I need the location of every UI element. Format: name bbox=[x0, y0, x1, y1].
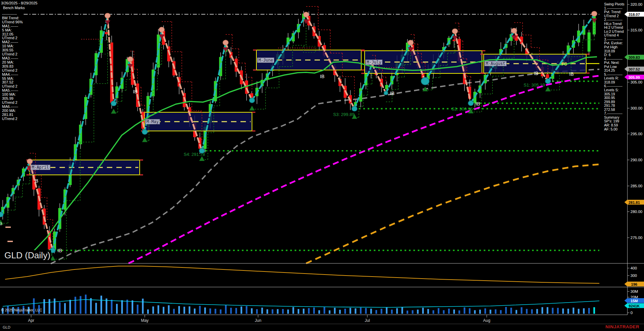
volume-bar bbox=[396, 308, 398, 314]
volume-bar bbox=[246, 306, 247, 314]
monthly-box-label: M-June bbox=[257, 57, 274, 63]
volume-bar bbox=[235, 308, 237, 314]
month-label-jun: Jun bbox=[255, 318, 261, 323]
month-label-may: May bbox=[141, 318, 149, 323]
volume-bar bbox=[458, 310, 460, 314]
volume-bar bbox=[85, 294, 87, 314]
volume-bar bbox=[381, 309, 382, 314]
volume-bar bbox=[417, 310, 419, 314]
volume-bar bbox=[293, 307, 294, 314]
pivot-low-circle bbox=[249, 98, 255, 103]
volume-bar bbox=[152, 306, 154, 314]
swing-pivots-line: AR: 8.59 bbox=[604, 123, 626, 127]
benchmarks-line: UTrend 2 bbox=[2, 69, 23, 73]
pivot-low-circle bbox=[0, 212, 3, 217]
box-corner-tick bbox=[253, 70, 256, 71]
volume-bar bbox=[178, 306, 180, 314]
volume-bar bbox=[54, 299, 55, 314]
benchmarks-line: 200 MA: bbox=[2, 109, 23, 113]
volume-bar bbox=[547, 307, 548, 314]
volume-bar bbox=[531, 309, 533, 314]
volume-bar bbox=[329, 310, 330, 314]
box-corner-tick bbox=[140, 174, 143, 175]
volume-bar bbox=[386, 308, 388, 314]
benchmarks-line: MA1.------ bbox=[2, 24, 23, 28]
volume-bar bbox=[121, 300, 123, 314]
box-corner-tick bbox=[361, 70, 365, 71]
volume-bar bbox=[116, 304, 118, 314]
price-tag: 281.81 bbox=[624, 200, 644, 205]
candlestick bbox=[79, 125, 82, 144]
swing-up-line bbox=[53, 16, 108, 250]
benchmarks-line: 281.81 bbox=[2, 113, 23, 117]
volume-bar bbox=[267, 309, 268, 314]
swing-pivots-line: 300.95 bbox=[604, 96, 626, 100]
box-corner-tick bbox=[252, 131, 255, 132]
price-axis-tick: 275.00 bbox=[630, 236, 642, 240]
volume-bar bbox=[303, 309, 304, 314]
swing-down-line bbox=[162, 30, 202, 151]
volume-axis-tick: 30M bbox=[630, 289, 638, 293]
volume-bar bbox=[240, 306, 242, 314]
candlestick bbox=[546, 74, 549, 78]
price-chart-canvas[interactable]: S1: 305.19S2: 300.95S3: 299.89S4: 291.78… bbox=[0, 0, 644, 331]
box-corner-tick bbox=[26, 174, 30, 175]
volume-bar bbox=[355, 308, 356, 314]
pivot-annotation: IB bbox=[390, 91, 394, 96]
box-corner-tick bbox=[140, 160, 143, 161]
price-tag: 318.07 bbox=[624, 12, 644, 17]
volume-bar bbox=[324, 307, 325, 314]
swing-up-line bbox=[114, 60, 130, 103]
swing-pivots-line: Levels S: bbox=[604, 88, 626, 92]
volume-bar bbox=[214, 309, 216, 314]
volume-bar bbox=[69, 300, 71, 314]
pivot-annotation: IB bbox=[320, 74, 324, 79]
box-corner-tick bbox=[252, 112, 255, 113]
volume-ma-line bbox=[3, 300, 599, 307]
volume-bar bbox=[256, 309, 258, 314]
pivot-low-circle bbox=[468, 101, 474, 106]
date-range-label: 3/26/2025 - 8/29/2025 bbox=[1, 1, 38, 5]
swing-pivots-line: Pvt. Trend: bbox=[604, 10, 626, 14]
pivot-high-circle bbox=[223, 40, 228, 45]
pivot-high-circle bbox=[408, 40, 413, 45]
volume-bar bbox=[453, 309, 455, 314]
volume-bar bbox=[168, 305, 169, 314]
ma20-curve bbox=[29, 57, 597, 256]
copyright-label: © 2025 NinjaTrader, LLC bbox=[1, 308, 42, 312]
volume-bar bbox=[578, 309, 579, 314]
volume-bar bbox=[163, 307, 164, 314]
ma100-curve bbox=[129, 76, 599, 263]
volume-bar bbox=[277, 309, 279, 314]
volume-bar bbox=[209, 308, 211, 314]
volume-bar bbox=[318, 310, 320, 314]
pivot-up-triangle bbox=[545, 87, 551, 91]
indicator-axis-tick: 300 bbox=[630, 274, 637, 278]
pivot-annotation: IB bbox=[58, 248, 62, 253]
volume-bar bbox=[137, 305, 138, 314]
volume-bar bbox=[204, 307, 206, 314]
monthly-box-label: M-April bbox=[30, 165, 50, 170]
volume-bar bbox=[375, 310, 377, 314]
month-label-jul: Jul bbox=[365, 318, 370, 323]
volume-bar bbox=[74, 297, 76, 314]
volume-bar bbox=[183, 307, 185, 314]
pivot-high-circle bbox=[452, 29, 458, 34]
monthly-box-label: M-July bbox=[365, 60, 383, 65]
volume-bar bbox=[427, 309, 429, 314]
volume-bar bbox=[505, 307, 507, 314]
volume-bar bbox=[282, 309, 284, 314]
monthly-box-label: M-May bbox=[145, 119, 160, 124]
tab-gld[interactable]: GLD bbox=[3, 325, 10, 329]
volume-bar bbox=[484, 308, 486, 314]
volume-bar bbox=[298, 309, 299, 314]
volume-bar bbox=[158, 305, 159, 314]
volume-bar bbox=[573, 308, 574, 314]
price-axis-tick: 290.00 bbox=[630, 158, 642, 162]
volume-bar bbox=[272, 309, 273, 314]
pivot-low-circle bbox=[111, 101, 116, 106]
volume-bar bbox=[308, 308, 310, 314]
volume-tag: 9241K bbox=[624, 303, 644, 308]
pivot-low-circle bbox=[421, 77, 429, 85]
pivot-annotation: B bbox=[35, 178, 38, 184]
